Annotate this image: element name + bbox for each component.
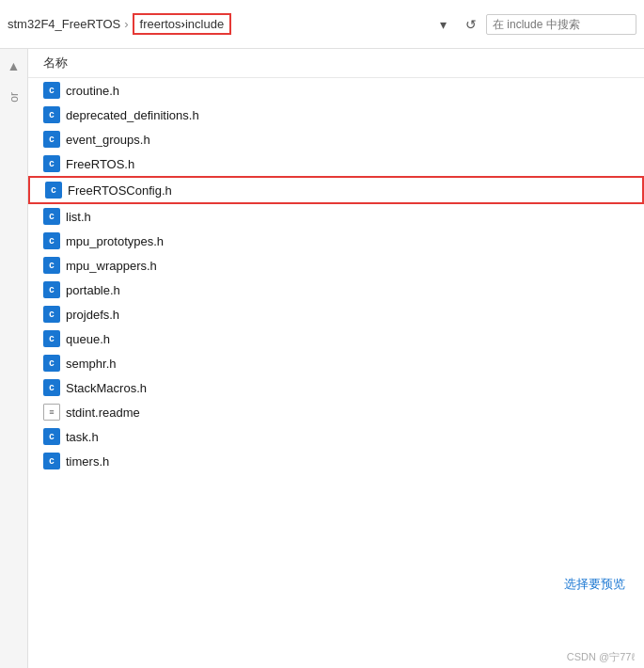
c-file-icon: c [43,428,60,445]
refresh-button[interactable]: ↺ [460,13,482,36]
c-file-icon: c [43,82,60,99]
file-item[interactable]: cdeprecated_definitions.h [28,103,644,127]
c-file-icon: c [43,232,60,249]
file-item[interactable]: clist.h [28,204,644,229]
column-header: 名称 [28,49,644,78]
file-name: semphr.h [66,357,116,371]
breadcrumb-part3[interactable]: include [185,17,224,31]
file-name: task.h [66,430,99,444]
file-name: event_groups.h [66,133,150,147]
c-file-icon: c [43,355,60,372]
file-item[interactable]: ≡stdint.readme [28,400,644,424]
preview-hint: 选择要预览 [564,576,625,593]
file-name: queue.h [66,332,110,346]
file-item[interactable]: ctimers.h [28,449,644,473]
breadcrumb-text: stm32F4_FreeRTOS › [8,17,133,31]
file-name: projdefs.h [66,308,119,322]
txt-file-icon: ≡ [43,404,60,421]
file-item[interactable]: cFreeRTOS.h [28,151,644,176]
file-item[interactable]: cprojdefs.h [28,302,644,326]
sidebar-label: or [8,92,21,103]
file-list: ccroutine.hcdeprecated_definitions.hceve… [28,78,644,473]
c-file-icon: c [43,379,60,396]
file-name: timers.h [66,454,109,469]
file-item[interactable]: csemphr.h [28,351,644,375]
c-file-icon: c [43,155,60,172]
file-item[interactable]: ccroutine.h [28,78,644,103]
file-item[interactable]: cportable.h [28,278,644,302]
c-file-icon: c [43,257,60,274]
bottom-bar: CSDN @宁77ℓ [567,650,635,664]
breadcrumb-sep1: › [124,17,128,31]
file-name: list.h [66,210,91,224]
c-file-icon: c [43,281,60,298]
file-item[interactable]: cStackMacros.h [28,375,644,400]
c-file-icon: c [43,208,60,225]
file-name: stdint.readme [66,406,140,420]
breadcrumb-highlighted: freertos › include [133,13,232,35]
top-bar: stm32F4_FreeRTOS › freertos › include ▾ … [0,0,644,49]
file-item[interactable]: cevent_groups.h [28,127,644,151]
file-explorer: 名称 ccroutine.hcdeprecated_definitions.hc… [28,49,644,668]
file-item[interactable]: cqueue.h [28,326,644,351]
file-item[interactable]: cmpu_prototypes.h [28,229,644,253]
dropdown-button[interactable]: ▾ [432,13,454,36]
file-name: mpu_prototypes.h [66,234,164,248]
breadcrumb-part2[interactable]: freertos [140,17,181,31]
file-name: mpu_wrappers.h [66,259,157,273]
file-name: deprecated_definitions.h [66,108,199,122]
breadcrumb-part1[interactable]: stm32F4_FreeRTOS [8,17,120,31]
file-name: croutine.h [66,84,119,98]
c-file-icon: c [43,306,60,323]
file-item[interactable]: ctask.h [28,424,644,449]
main-content: ▲ or 名称 ccroutine.hcdeprecated_definitio… [0,49,644,668]
search-input[interactable] [493,18,605,31]
left-sidebar: ▲ or [0,49,28,668]
file-item[interactable]: cFreeRTOSConfig.h [28,176,644,204]
c-file-icon: c [43,131,60,148]
c-file-icon: c [43,106,60,123]
sidebar-arrow-up[interactable]: ▲ [8,58,21,73]
c-file-icon: c [45,182,62,199]
file-name: FreeRTOS.h [66,157,134,171]
file-item[interactable]: cmpu_wrappers.h [28,253,644,278]
file-name: StackMacros.h [66,381,147,395]
toolbar-icons: ▾ ↺ [432,13,482,36]
c-file-icon: c [43,453,60,469]
search-box[interactable] [486,14,636,35]
c-file-icon: c [43,330,60,347]
file-name: FreeRTOSConfig.h [68,183,172,198]
breadcrumb: stm32F4_FreeRTOS › freertos › include [8,13,420,35]
file-name: portable.h [66,283,120,297]
